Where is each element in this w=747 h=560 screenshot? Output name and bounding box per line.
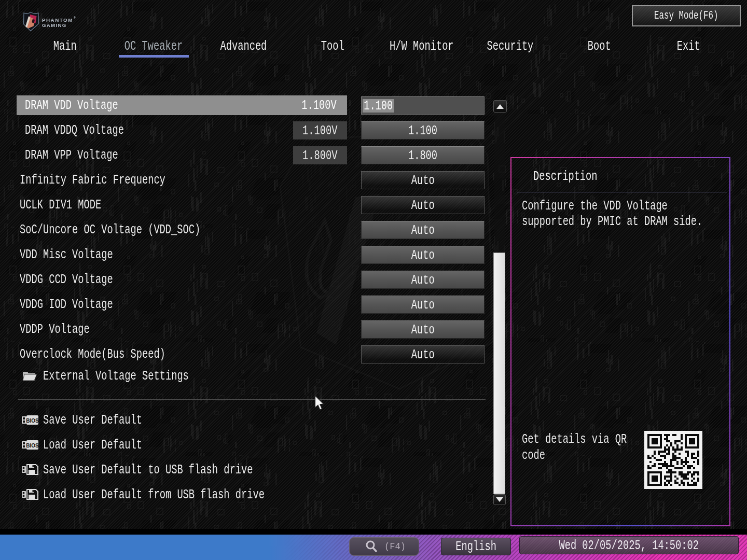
svg-text:BIOS: BIOS: [26, 442, 38, 448]
svg-text:GAMING: GAMING: [42, 22, 66, 28]
svg-text:BIOS: BIOS: [26, 417, 38, 423]
svg-text:®: ®: [74, 16, 76, 19]
